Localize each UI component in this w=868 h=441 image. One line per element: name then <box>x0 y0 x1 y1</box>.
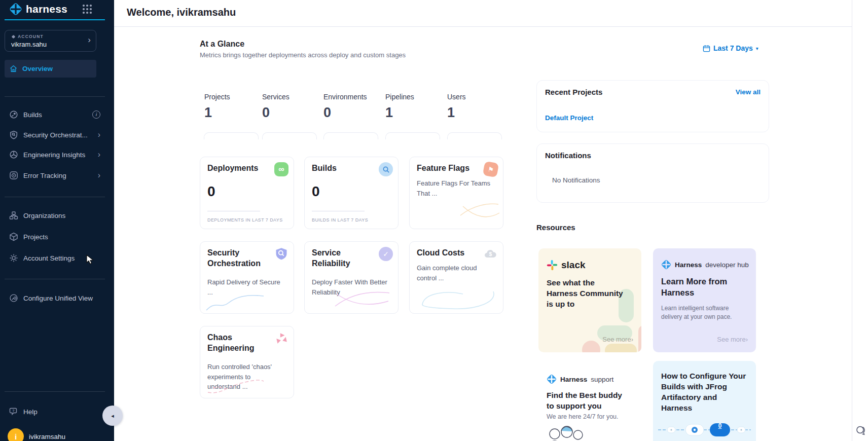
dropdown-arrow-icon: ▾ <box>756 46 758 51</box>
devhub-brand: Harness developer hub <box>661 260 749 270</box>
resource-card-support[interactable]: Harness support Find the Best buddy to s… <box>538 361 641 441</box>
sidebar-item-label: Builds <box>23 111 42 119</box>
chaos-engineering-icon <box>274 332 288 346</box>
chevron-right-icon: › <box>88 35 91 45</box>
page-header: Welcome, ivikramsahu <box>114 0 852 27</box>
card-service-reliability[interactable]: Service Reliability ✓ Deploy Faster With… <box>304 241 399 314</box>
at-a-glance-title: At a Glance <box>200 40 244 49</box>
sidebar-item-label: Error Tracking <box>23 172 66 179</box>
sidebar-item-organizations[interactable]: Organizations <box>5 208 104 223</box>
calendar-icon <box>703 45 710 52</box>
recent-projects-title: Recent Projects <box>545 88 602 96</box>
notifications-empty-text: No Notifications <box>552 176 600 184</box>
metric-card-edge <box>204 132 259 139</box>
cube-icon <box>9 232 18 241</box>
slack-brand-text: slack <box>561 260 586 271</box>
card-caption: BUILDS IN LAST 7 DAYS <box>312 217 368 223</box>
info-icon[interactable]: i <box>92 111 100 119</box>
sidebar-item-overview[interactable]: Overview <box>5 60 96 78</box>
app-grid-icon[interactable] <box>83 5 92 14</box>
metric-value: 1 <box>447 105 503 121</box>
slack-icon <box>547 260 558 271</box>
sidebar-item-configure-unified-view[interactable]: Configure Unified View <box>5 291 104 305</box>
card-deployments[interactable]: Deployments ∞ 0 DEPLOYMENTS IN LAST 7 DA… <box>200 157 294 229</box>
card-desc: Deploy Faster With Better Reliability <box>312 277 389 297</box>
pipeline-illustration: 0 <box>657 421 752 439</box>
org-chart-icon <box>9 211 18 220</box>
svg-text:$: $ <box>489 251 492 257</box>
notifications-card: Notifications No Notifications <box>536 143 769 203</box>
metric-pipelines: Pipelines 1 <box>385 93 441 121</box>
divider <box>312 211 365 211</box>
account-name: vikram.sahu <box>11 41 47 48</box>
harness-logo: harness <box>9 3 67 16</box>
sidebar-item-label: Projects <box>23 233 48 241</box>
devhub-card-desc: Learn intelligent software delivery at y… <box>661 304 746 321</box>
divider <box>5 96 105 97</box>
builds-module-icon <box>379 162 393 176</box>
support-card-title: Find the Best buddy to support you <box>547 390 630 412</box>
svg-text:?: ? <box>12 409 14 413</box>
deployments-icon: ∞ <box>274 162 288 176</box>
card-builds[interactable]: Builds 0 BUILDS IN LAST 7 DAYS <box>304 157 399 229</box>
divider <box>5 279 105 279</box>
card-title: Builds <box>312 163 370 174</box>
card-title: Chaos Engineering <box>207 333 266 354</box>
card-desc: Feature Flags For Teams That ... <box>417 178 494 198</box>
sidebar-item-security-orchestration[interactable]: Security Orchestrat... › <box>5 128 104 142</box>
sidebar-item-label: Security Orchestrat... <box>23 131 88 139</box>
account-icon <box>11 34 16 39</box>
shield-icon <box>9 130 18 139</box>
service-reliability-icon: ✓ <box>379 247 393 261</box>
metric-label: Environments <box>323 93 379 101</box>
card-chaos-engineering[interactable]: Chaos Engineering Run controlled 'chaos'… <box>200 326 294 398</box>
card-desc: Run controlled 'chaos' experiments to un… <box>207 362 284 392</box>
sketch-decoration <box>417 286 498 312</box>
sidebar-item-label: Overview <box>22 65 53 72</box>
user-name: ivikramsahu <box>29 433 65 440</box>
resource-card-jfrog[interactable]: How to Configure Your Builds with JFrog … <box>653 361 756 441</box>
account-label: ACCOUNT <box>11 34 44 39</box>
card-security-orchestration[interactable]: Security Orchestration Rapid Delivery of… <box>200 241 294 314</box>
card-value: 0 <box>312 183 320 200</box>
metric-label: Projects <box>204 93 260 101</box>
view-all-link[interactable]: View all <box>736 88 761 96</box>
card-title: Security Orchestration <box>207 248 266 269</box>
metric-users: Users 1 <box>447 93 503 121</box>
card-title: Cloud Costs <box>417 248 473 259</box>
sidebar-item-label: Organizations <box>23 212 65 219</box>
divider <box>5 197 105 197</box>
builds-icon <box>9 110 18 119</box>
sidebar-item-label: Engineering Insights <box>23 151 85 159</box>
project-link-default-project[interactable]: Default Project <box>545 114 593 122</box>
sidebar-item-label: Help <box>23 408 38 416</box>
sidebar-item-help[interactable]: ? Help <box>5 405 104 419</box>
chat-icon[interactable] <box>855 425 866 438</box>
metric-environments: Environments 0 <box>323 93 379 121</box>
right-gutter <box>852 0 868 441</box>
user-profile[interactable]: i ivikramsahu <box>8 428 65 441</box>
security-orchestration-icon <box>274 247 288 261</box>
sidebar-collapse-handle[interactable]: ◂ <box>102 406 123 426</box>
sidebar-item-engineering-insights[interactable]: Engineering Insights › <box>5 148 104 162</box>
collapse-arrow-icon: ◂ <box>111 413 114 419</box>
home-icon <box>9 64 18 73</box>
see-more-link[interactable]: See more› <box>602 336 633 343</box>
jfrog-card-title: How to Configure Your Builds with JFrog … <box>661 371 746 414</box>
card-value: 0 <box>207 183 215 200</box>
sidebar-item-error-tracking[interactable]: Error Tracking › <box>5 168 104 182</box>
card-cloud-costs[interactable]: Cloud Costs $ Gain complete cloud contro… <box>409 241 503 314</box>
chevron-right-icon: › <box>98 171 100 180</box>
metric-card-edge <box>262 132 317 139</box>
sidebar-item-projects[interactable]: Projects <box>5 230 104 244</box>
see-more-link[interactable]: See more› <box>717 336 748 343</box>
date-range-dropdown[interactable]: Last 7 Days ▾ <box>703 44 758 52</box>
harness-logo-icon <box>9 3 22 16</box>
resource-card-slack[interactable]: slack See what the Harness Community is … <box>538 248 641 352</box>
card-feature-flags[interactable]: Feature Flags ⚑ Feature Flags For Teams … <box>409 157 503 229</box>
metric-card-edge <box>385 132 440 139</box>
account-selector[interactable]: ACCOUNT vikram.sahu › <box>5 30 96 52</box>
sidebar-item-builds[interactable]: Builds i <box>5 107 104 122</box>
card-desc: Gain complete cloud control ... <box>417 263 494 283</box>
resource-card-developer-hub[interactable]: Harness developer hub Learn More from Ha… <box>653 248 756 352</box>
